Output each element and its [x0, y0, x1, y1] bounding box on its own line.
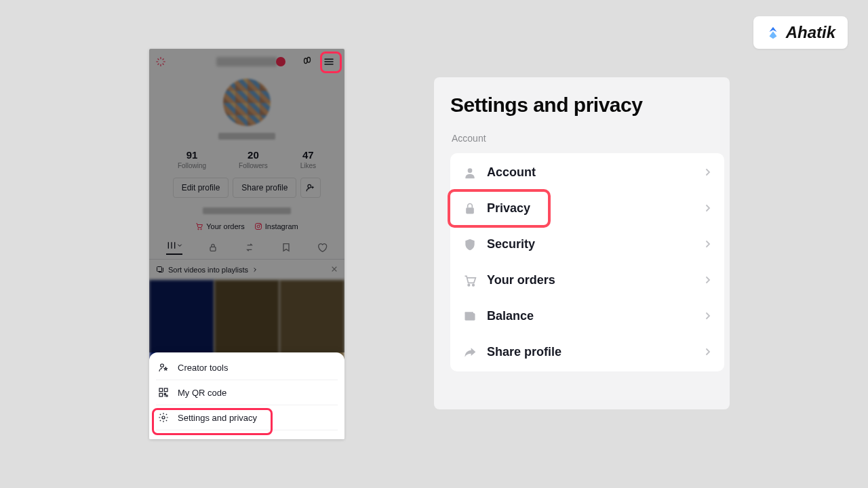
profile-tabs — [149, 240, 344, 260]
cart-icon — [195, 222, 203, 230]
chevron-right-icon — [704, 274, 712, 287]
page-title: Settings and privacy — [450, 94, 724, 117]
stat-count: 47 — [300, 149, 316, 161]
cart-icon — [462, 274, 477, 287]
svg-rect-17 — [159, 388, 163, 392]
username-blurred — [216, 57, 277, 66]
chevron-right-icon — [704, 203, 712, 215]
link-instagram[interactable]: Instagram — [254, 222, 298, 230]
settings-item-label: Share profile — [487, 345, 694, 359]
brand-name: Ahatik — [786, 23, 835, 42]
svg-point-16 — [161, 364, 164, 367]
svg-point-9 — [257, 225, 260, 228]
wallet-icon — [462, 310, 477, 323]
sheet-item-qr-code[interactable]: My QR code — [156, 380, 338, 405]
tab-repost[interactable] — [244, 242, 255, 253]
settings-panel: Settings and privacy Account Account Pri… — [434, 77, 730, 409]
person-icon — [462, 166, 477, 180]
tab-saved[interactable] — [281, 242, 292, 253]
settings-item-account[interactable]: Account — [450, 155, 724, 190]
svg-point-21 — [468, 168, 473, 173]
stat-following[interactable]: 91 Following — [178, 149, 206, 169]
settings-item-label: Your orders — [487, 273, 694, 287]
brand-logo-icon — [766, 25, 781, 40]
sheet-item-label: Creator tools — [178, 363, 228, 373]
svg-point-5 — [308, 184, 311, 188]
settings-item-balance[interactable]: Balance — [450, 298, 724, 334]
svg-point-10 — [260, 224, 260, 225]
svg-point-0 — [304, 58, 308, 64]
settings-item-share-profile[interactable]: Share profile — [450, 334, 724, 370]
svg-rect-18 — [164, 388, 167, 392]
person-star-icon — [157, 362, 170, 373]
sparkle-icon[interactable] — [155, 56, 167, 68]
svg-rect-19 — [159, 393, 163, 396]
gear-icon — [157, 412, 170, 423]
link-label: Instagram — [265, 222, 298, 230]
notification-dot-icon — [276, 57, 285, 66]
sort-playlist-bar[interactable]: Sort videos into playlists — [149, 260, 344, 280]
instagram-icon — [254, 222, 262, 230]
add-friend-button[interactable] — [300, 178, 321, 198]
tab-private[interactable] — [208, 242, 218, 253]
svg-point-24 — [473, 284, 475, 286]
share-arrow-icon — [462, 346, 477, 359]
edit-profile-button[interactable]: Edit profile — [173, 178, 229, 198]
stats-row: 91 Following 20 Followers 47 Likes — [149, 149, 344, 169]
settings-item-label: Account — [487, 165, 694, 180]
chevron-right-icon — [704, 239, 712, 251]
stat-label: Following — [178, 162, 206, 169]
svg-rect-26 — [465, 312, 474, 314]
stat-likes[interactable]: 47 Likes — [300, 149, 316, 169]
link-label: Your orders — [206, 222, 244, 230]
close-icon[interactable] — [331, 266, 338, 274]
lock-icon — [462, 202, 477, 216]
svg-point-20 — [162, 416, 165, 419]
svg-rect-22 — [466, 207, 474, 214]
qr-code-icon — [157, 387, 170, 398]
profile-header — [149, 75, 344, 140]
highlight-menu-button — [320, 52, 342, 73]
settings-item-label: Privacy — [487, 201, 694, 216]
phone-profile-screenshot: 91 Following 20 Followers 47 Likes Edit … — [149, 49, 344, 439]
avatar[interactable] — [223, 79, 271, 126]
profile-links: Your orders Instagram — [149, 222, 344, 230]
chevron-right-icon — [704, 310, 712, 323]
video-thumb[interactable] — [149, 280, 214, 361]
sheet-item-label: My QR code — [178, 388, 226, 398]
settings-item-privacy[interactable]: Privacy — [450, 190, 724, 226]
sort-label: Sort videos into playlists — [168, 266, 248, 274]
shield-icon — [462, 238, 477, 251]
svg-point-7 — [201, 228, 202, 230]
settings-item-label: Security — [487, 237, 694, 251]
handle-blurred — [218, 133, 275, 140]
sheet-item-settings-privacy[interactable]: Settings and privacy — [156, 405, 338, 430]
sheet-item-label: Settings and privacy — [178, 413, 257, 423]
stat-label: Likes — [300, 162, 316, 169]
svg-point-1 — [307, 58, 311, 63]
settings-item-security[interactable]: Security — [450, 226, 724, 262]
stat-followers[interactable]: 20 Followers — [239, 149, 268, 169]
menu-sheet: Creator tools My QR code Settings and pr… — [149, 352, 344, 439]
settings-list: Account Privacy Security — [450, 153, 724, 371]
profile-topbar — [149, 49, 344, 75]
profile-actions: Edit profile Share profile — [149, 178, 344, 198]
chevron-right-icon — [704, 346, 712, 359]
svg-point-23 — [468, 284, 470, 286]
tab-feed[interactable] — [166, 240, 182, 255]
video-thumb[interactable] — [279, 280, 344, 361]
settings-item-label: Balance — [487, 309, 694, 323]
share-profile-button[interactable]: Share profile — [233, 178, 296, 198]
video-thumb[interactable] — [214, 280, 279, 361]
video-grid — [149, 280, 344, 361]
svg-point-6 — [198, 228, 199, 230]
link-your-orders[interactable]: Your orders — [195, 222, 244, 230]
svg-rect-14 — [210, 247, 216, 251]
footprint-icon[interactable] — [301, 54, 313, 69]
section-label: Account — [452, 133, 724, 144]
tab-liked[interactable] — [317, 242, 328, 253]
sheet-item-creator-tools[interactable]: Creator tools — [156, 355, 338, 380]
stat-count: 91 — [178, 149, 206, 161]
settings-item-orders[interactable]: Your orders — [450, 262, 724, 298]
chevron-right-icon — [252, 266, 258, 274]
